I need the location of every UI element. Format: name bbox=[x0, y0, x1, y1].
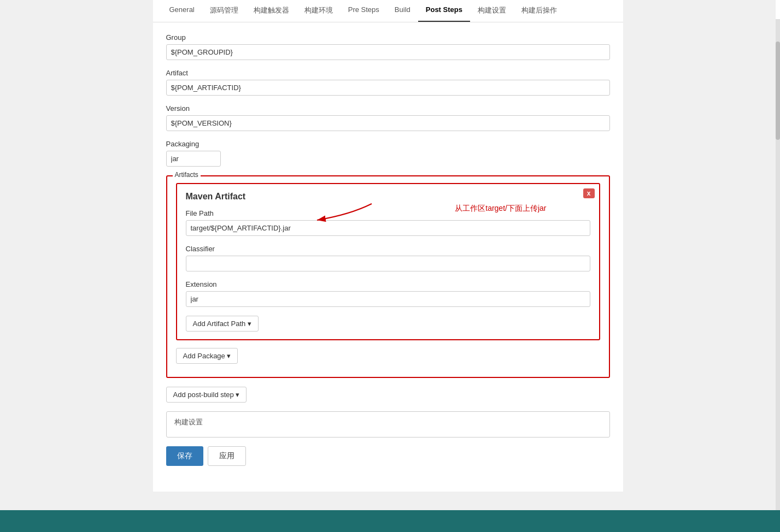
artifact-label: Artifact bbox=[166, 69, 610, 77]
maven-artifact-close-button[interactable]: x bbox=[583, 188, 595, 198]
tab-source[interactable]: 源码管理 bbox=[202, 0, 246, 22]
artifact-input[interactable] bbox=[166, 80, 610, 96]
maven-artifact-close-area: x bbox=[583, 188, 595, 198]
add-artifact-path-label: Add Artifact Path bbox=[193, 320, 246, 328]
classifier-group: Classifier bbox=[186, 245, 590, 271]
add-post-build-row: Add post-build step ▾ bbox=[166, 387, 610, 403]
extension-input[interactable] bbox=[186, 291, 590, 307]
add-post-build-caret-icon: ▾ bbox=[236, 391, 239, 399]
tab-env[interactable]: 构建环境 bbox=[297, 0, 341, 22]
version-input[interactable] bbox=[166, 115, 610, 131]
artifacts-section-label: Artifacts bbox=[173, 171, 201, 179]
add-artifact-path-button[interactable]: Add Artifact Path ▾ bbox=[186, 316, 259, 332]
artifact-field-group: Artifact bbox=[166, 69, 610, 96]
add-package-row: Add Package ▾ bbox=[176, 348, 600, 364]
tab-general[interactable]: General bbox=[162, 0, 202, 22]
maven-artifact-title: Maven Artifact bbox=[186, 192, 590, 202]
center-panel: General 源码管理 构建触发器 构建环境 Pre Steps Build … bbox=[153, 0, 623, 492]
classifier-input[interactable] bbox=[186, 256, 590, 271]
scrollbar-track bbox=[776, 20, 780, 532]
add-package-caret-icon: ▾ bbox=[227, 352, 231, 360]
packaging-input[interactable] bbox=[166, 151, 221, 167]
save-button[interactable]: 保存 bbox=[166, 446, 203, 466]
tab-postbuild[interactable]: 构建后操作 bbox=[514, 0, 565, 22]
apply-button[interactable]: 应用 bbox=[208, 446, 246, 466]
tab-build[interactable]: Build bbox=[387, 0, 418, 22]
bottom-actions: 保存 应用 bbox=[166, 446, 610, 466]
tab-trigger[interactable]: 构建触发器 bbox=[246, 0, 297, 22]
version-field-group: Version bbox=[166, 104, 610, 131]
annotation-arrow bbox=[273, 198, 383, 226]
group-field-group: Group bbox=[166, 33, 610, 60]
classifier-label: Classifier bbox=[186, 245, 590, 253]
add-artifact-caret-icon: ▾ bbox=[248, 320, 251, 328]
scrollbar-thumb[interactable] bbox=[776, 42, 780, 140]
add-post-build-label: Add post-build step bbox=[173, 391, 234, 399]
add-package-label: Add Package bbox=[183, 352, 225, 360]
packaging-label: Packaging bbox=[166, 140, 610, 148]
tabs-bar: General 源码管理 构建触发器 构建环境 Pre Steps Build … bbox=[153, 0, 623, 22]
extension-label: Extension bbox=[186, 280, 590, 288]
version-label: Version bbox=[166, 104, 610, 113]
add-post-build-step-button[interactable]: Add post-build step ▾ bbox=[166, 387, 247, 403]
extension-group: Extension bbox=[186, 280, 590, 307]
artifacts-section: Artifacts x Maven Artifact 从工作区target/下面… bbox=[166, 175, 610, 378]
tab-poststeps[interactable]: Post Steps bbox=[418, 0, 470, 22]
content-wrapper: General 源码管理 构建触发器 构建环境 Pre Steps Build … bbox=[0, 0, 776, 506]
add-artifact-path-row: Add Artifact Path ▾ bbox=[186, 316, 590, 332]
taskbar bbox=[0, 510, 780, 532]
file-path-input[interactable] bbox=[186, 220, 590, 236]
tab-presteps[interactable]: Pre Steps bbox=[341, 0, 387, 22]
form-area: Group Artifact Version Packaging bbox=[153, 22, 623, 477]
build-settings-title: 构建设置 bbox=[174, 417, 602, 427]
tab-buildsettings[interactable]: 构建设置 bbox=[470, 0, 514, 22]
maven-artifact-box: x Maven Artifact 从工作区target/下面上传jar bbox=[176, 183, 600, 340]
build-settings-section: 构建设置 bbox=[166, 411, 610, 438]
add-package-button[interactable]: Add Package ▾ bbox=[176, 348, 238, 364]
annotation-text: 从工作区target/下面上传jar bbox=[455, 204, 546, 214]
group-label: Group bbox=[166, 33, 610, 42]
packaging-field-group: Packaging bbox=[166, 140, 610, 167]
page-wrapper: Dashboard › maven-docker › General 源码管理 … bbox=[0, 0, 780, 532]
group-input[interactable] bbox=[166, 44, 610, 60]
